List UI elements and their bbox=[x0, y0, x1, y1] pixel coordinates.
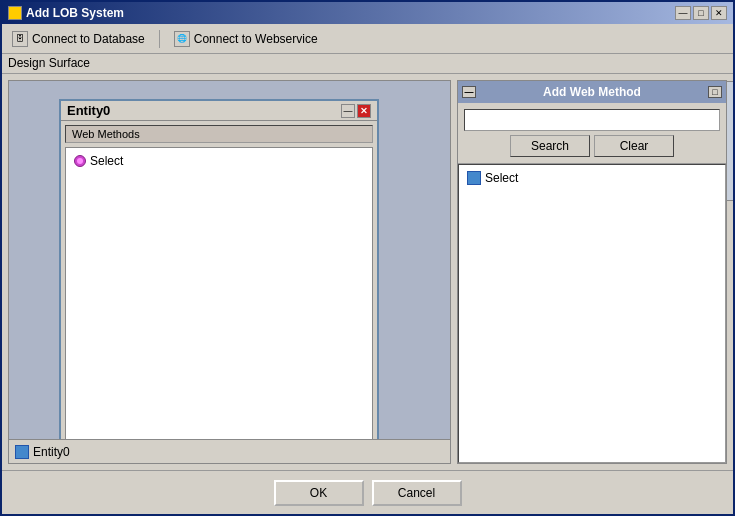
clear-button[interactable]: Clear bbox=[594, 135, 674, 157]
toolbar-separator bbox=[159, 30, 160, 48]
window-icon bbox=[8, 6, 22, 20]
add-web-method-tab[interactable]: Add Web Method bbox=[726, 81, 733, 201]
close-button[interactable]: ✕ bbox=[711, 6, 727, 20]
entity-close-button[interactable]: ✕ bbox=[357, 104, 371, 118]
method-label: Select bbox=[90, 154, 123, 168]
entity-header: Entity0 — ✕ bbox=[61, 101, 377, 121]
main-window: Add LOB System — □ ✕ 🗄 Connect to Databa… bbox=[0, 0, 735, 516]
database-icon: 🗄 bbox=[12, 31, 28, 47]
canvas-area: Entity0 — ✕ Web Methods Select En bbox=[8, 80, 451, 464]
entity-body: Select bbox=[65, 147, 373, 447]
design-surface-label: Design Surface bbox=[2, 54, 733, 74]
panel-restore-button[interactable]: □ bbox=[708, 86, 722, 98]
bottom-bar: OK Cancel bbox=[2, 470, 733, 514]
results-area: Select bbox=[458, 164, 726, 463]
entity-section-label: Web Methods bbox=[65, 125, 373, 143]
connect-to-webservice-button[interactable]: 🌐 Connect to Webservice bbox=[170, 29, 322, 49]
entity-card: Entity0 — ✕ Web Methods Select bbox=[59, 99, 379, 453]
entity-footer-label: Entity0 bbox=[33, 445, 70, 459]
panel-minimize-button[interactable]: — bbox=[462, 86, 476, 98]
search-area: Search Clear bbox=[458, 103, 726, 164]
result-icon bbox=[467, 171, 481, 185]
maximize-button[interactable]: □ bbox=[693, 6, 709, 20]
cancel-button[interactable]: Cancel bbox=[372, 480, 462, 506]
right-panel-title: Add Web Method bbox=[543, 85, 641, 99]
result-label: Select bbox=[485, 171, 518, 185]
entity-method-item[interactable]: Select bbox=[70, 152, 368, 170]
result-item[interactable]: Select bbox=[463, 169, 721, 187]
toolbar: 🗄 Connect to Database 🌐 Connect to Webse… bbox=[2, 24, 733, 54]
ok-button[interactable]: OK bbox=[274, 480, 364, 506]
entity-title: Entity0 bbox=[67, 103, 110, 118]
entity-controls: — ✕ bbox=[341, 104, 371, 118]
main-area: Entity0 — ✕ Web Methods Select En bbox=[2, 74, 733, 470]
search-input[interactable] bbox=[464, 109, 720, 131]
connect-to-database-button[interactable]: 🗄 Connect to Database bbox=[8, 29, 149, 49]
title-bar: Add LOB System — □ ✕ bbox=[2, 2, 733, 24]
canvas-footer: Entity0 bbox=[9, 439, 450, 463]
right-panel-header: — Add Web Method □ bbox=[458, 81, 726, 103]
right-panel: — Add Web Method □ Search Clear Select A… bbox=[457, 80, 727, 464]
webservice-icon: 🌐 bbox=[174, 31, 190, 47]
method-icon bbox=[74, 155, 86, 167]
search-button[interactable]: Search bbox=[510, 135, 590, 157]
window-title: Add LOB System bbox=[26, 6, 124, 20]
title-bar-controls: — □ ✕ bbox=[675, 6, 727, 20]
entity-minimize-button[interactable]: — bbox=[341, 104, 355, 118]
entity-footer-icon bbox=[15, 445, 29, 459]
connect-db-label: Connect to Database bbox=[32, 32, 145, 46]
minimize-button[interactable]: — bbox=[675, 6, 691, 20]
search-buttons: Search Clear bbox=[464, 135, 720, 157]
connect-ws-label: Connect to Webservice bbox=[194, 32, 318, 46]
title-bar-left: Add LOB System bbox=[8, 6, 124, 20]
